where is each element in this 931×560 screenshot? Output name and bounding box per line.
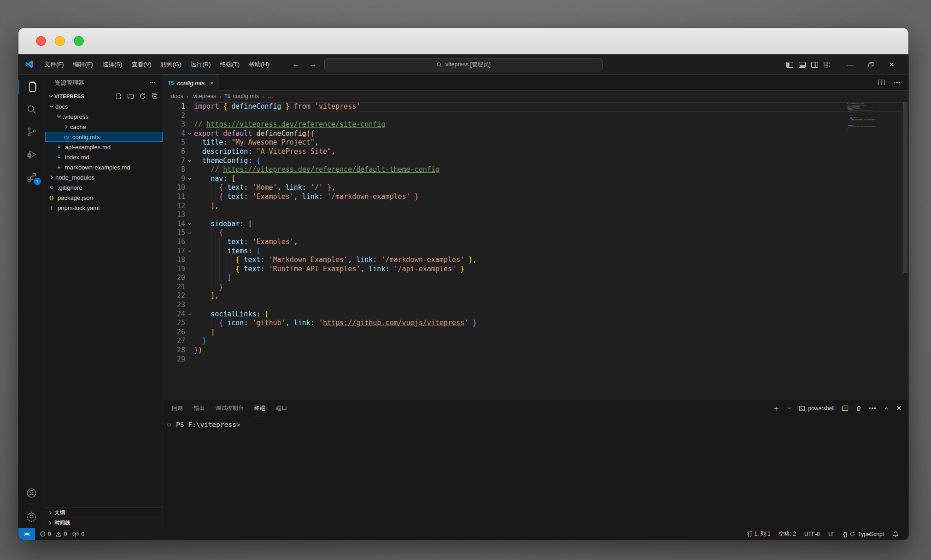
customize-layout-icon[interactable] — [821, 58, 833, 71]
tree-item-cache[interactable]: cache — [45, 122, 163, 132]
code-line[interactable]: 16 text: 'Examples', — [163, 238, 908, 247]
notifications-bell-icon[interactable] — [888, 531, 903, 537]
mac-close-button[interactable] — [36, 36, 46, 46]
code-line[interactable]: 20 ] — [163, 274, 908, 283]
shell-selector[interactable]: powershell — [799, 405, 834, 412]
indentation-status[interactable]: 空格: 2 — [775, 530, 800, 538]
tree-item-.vitepress[interactable]: .vitepress — [45, 111, 163, 122]
tree-item-pnpm-lock.yaml[interactable]: !pnpm-lock.yaml — [45, 203, 163, 213]
code-editor[interactable]: 1import { defineConfig } from 'vitepress… — [163, 102, 908, 400]
account-icon[interactable] — [18, 483, 45, 505]
code-line[interactable]: 6 description: "A VitePress Site", — [163, 147, 908, 157]
menu-item[interactable]: 转到(G) — [156, 58, 186, 71]
problems-status[interactable]: 0 0 — [37, 531, 70, 537]
terminal-content[interactable]: PS F:\vitepress> — [163, 416, 908, 528]
close-panel-icon[interactable]: ✕ — [896, 404, 902, 413]
menu-item[interactable]: 运行(R) — [186, 58, 215, 71]
line-number[interactable]: 13 — [163, 210, 185, 220]
line-number[interactable]: 8 — [163, 165, 185, 175]
line-number[interactable]: 28 — [163, 346, 185, 355]
code-line[interactable]: 17 items: [ — [163, 247, 908, 256]
line-number[interactable]: 7 — [163, 157, 185, 166]
panel-tab-端口[interactable]: 端口 — [276, 400, 287, 416]
new-terminal-icon[interactable]: ＋ — [772, 403, 780, 414]
command-decoration-icon[interactable] — [167, 423, 171, 426]
command-center-search[interactable]: vitepress [管理员] — [324, 58, 603, 71]
fold-chevron-icon[interactable] — [185, 157, 194, 166]
outline-section[interactable]: 大纲 — [45, 508, 163, 518]
tree-item-config.mts[interactable]: TSconfig.mts — [45, 132, 163, 142]
split-terminal-icon[interactable] — [842, 405, 849, 412]
explorer-icon[interactable] — [18, 76, 45, 98]
code-line[interactable]: 29 — [163, 355, 908, 364]
mac-minimize-button[interactable] — [55, 36, 65, 46]
code-line[interactable]: 15 { — [163, 228, 908, 238]
minimize-icon[interactable]: — — [840, 54, 861, 75]
encoding-status[interactable]: UTF-8 — [800, 531, 824, 537]
line-number[interactable]: 1 — [163, 102, 185, 111]
menu-item[interactable]: 编辑(E) — [69, 58, 98, 71]
code-line[interactable]: 22 ], — [163, 292, 908, 301]
toggle-primary-sidebar-icon[interactable] — [784, 58, 796, 71]
editor-scrollbar[interactable] — [902, 102, 908, 400]
code-line[interactable]: 2 — [163, 111, 908, 121]
tree-item-api-examples.md[interactable]: api-examples.md — [45, 142, 163, 152]
close-icon[interactable]: ✕ — [881, 54, 902, 75]
code-line[interactable]: 4export default defineConfig({ — [163, 129, 908, 139]
workspace-section-header[interactable]: VITEPRESS — [45, 91, 163, 101]
refresh-icon[interactable] — [139, 93, 146, 99]
line-number[interactable]: 12 — [163, 202, 185, 211]
panel-tab-输出[interactable]: 输出 — [193, 400, 205, 416]
code-line[interactable]: 14 sidebar: [ — [163, 220, 908, 229]
line-number[interactable]: 23 — [163, 301, 185, 310]
line-number[interactable]: 11 — [163, 192, 185, 202]
line-number[interactable]: 16 — [163, 238, 185, 247]
code-line[interactable]: 18 { text: 'Markdown Examples', link: '/… — [163, 256, 908, 265]
kill-terminal-icon[interactable] — [855, 405, 862, 412]
mac-zoom-button[interactable] — [74, 36, 84, 46]
fold-chevron-icon[interactable] — [185, 175, 194, 184]
line-number[interactable]: 17 — [163, 247, 185, 256]
line-number[interactable]: 22 — [163, 292, 185, 301]
code-line[interactable]: 13 — [163, 210, 908, 220]
line-number[interactable]: 19 — [163, 265, 185, 274]
line-number[interactable]: 2 — [163, 111, 185, 121]
nav-forward-icon[interactable]: → — [309, 60, 317, 69]
line-number[interactable]: 4 — [163, 129, 185, 139]
panel-more-actions-icon[interactable]: ⋯ — [869, 404, 877, 413]
eol-status[interactable]: LF — [824, 531, 839, 537]
source-control-icon[interactable] — [18, 121, 45, 143]
maximize-panel-icon[interactable] — [884, 406, 889, 411]
toggle-secondary-sidebar-icon[interactable] — [808, 58, 821, 71]
tree-item-node_modules[interactable]: node_modules — [45, 172, 163, 182]
code-line[interactable]: 10 { text: 'Home', link: '/' }, — [163, 183, 908, 192]
settings-gear-icon[interactable] — [18, 505, 45, 528]
code-line[interactable]: 21 } — [163, 283, 908, 292]
code-line[interactable]: 23 — [163, 301, 908, 310]
code-line[interactable]: 24 socialLinks: [ — [163, 310, 908, 319]
code-line[interactable]: 8 // https://vitepress.dev/reference/def… — [163, 165, 908, 175]
code-line[interactable]: 25 { icon: 'github', link: 'https://gith… — [163, 319, 908, 328]
line-number[interactable]: 9 — [163, 175, 185, 184]
run-and-debug-icon[interactable] — [18, 143, 45, 166]
fold-chevron-icon[interactable] — [185, 310, 194, 319]
breadcrumb-item[interactable]: … — [268, 93, 274, 99]
search-icon[interactable] — [18, 98, 45, 121]
menu-item[interactable]: 选择(S) — [98, 58, 127, 71]
line-number[interactable]: 3 — [163, 120, 185, 129]
fold-chevron-icon[interactable] — [185, 220, 194, 229]
code-line[interactable]: 7 themeConfig: { — [163, 157, 908, 166]
minimap[interactable]: import { defineConfig } from 'vitepress'… — [847, 103, 901, 241]
panel-tab-调试控制台[interactable]: 调试控制台 — [216, 400, 244, 416]
fold-chevron-icon[interactable] — [185, 129, 194, 139]
breadcrumb-item[interactable]: .vitepress — [192, 93, 217, 99]
line-number[interactable]: 27 — [163, 337, 185, 346]
line-number[interactable]: 14 — [163, 220, 185, 229]
line-number[interactable]: 10 — [163, 183, 185, 192]
restore-icon[interactable] — [861, 54, 881, 75]
toggle-panel-icon[interactable] — [796, 58, 808, 71]
collapse-all-icon[interactable] — [151, 93, 158, 99]
timeline-section[interactable]: 时间线 — [45, 518, 163, 528]
new-folder-icon[interactable] — [127, 93, 134, 99]
line-number[interactable]: 20 — [163, 274, 185, 283]
